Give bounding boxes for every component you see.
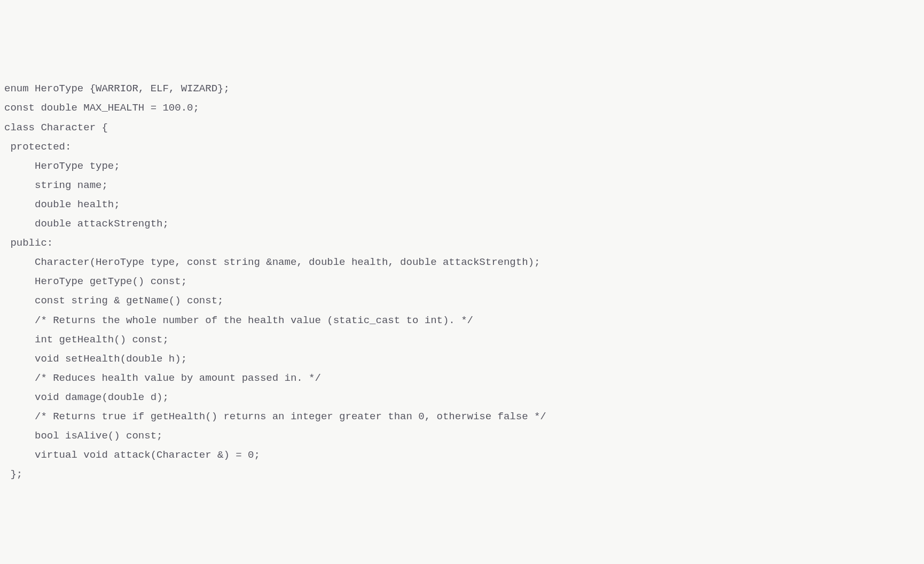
code-line: void setHealth(double h); xyxy=(4,349,920,369)
code-line: HeroType getType() const; xyxy=(4,272,920,291)
code-line: enum HeroType {WARRIOR, ELF, WIZARD}; xyxy=(4,79,920,98)
code-line: /* Reduces health value by amount passed… xyxy=(4,369,920,388)
code-line: class Character { xyxy=(4,118,920,137)
code-line: double attackStrength; xyxy=(4,214,920,233)
code-line: const double MAX_HEALTH = 100.0; xyxy=(4,98,920,118)
code-line: public: xyxy=(4,233,920,253)
code-line: int getHealth() const; xyxy=(4,330,920,349)
code-line: HeroType type; xyxy=(4,156,920,176)
code-line: Character(HeroType type, const string &n… xyxy=(4,253,920,272)
code-line: }; xyxy=(4,465,920,484)
code-block: enum HeroType {WARRIOR, ELF, WIZARD};con… xyxy=(4,79,920,484)
code-line: const string & getName() const; xyxy=(4,291,920,310)
code-line: void damage(double d); xyxy=(4,388,920,407)
code-line: protected: xyxy=(4,137,920,156)
code-line: /* Returns true if getHealth() returns a… xyxy=(4,407,920,426)
code-line: bool isAlive() const; xyxy=(4,426,920,445)
code-line: double health; xyxy=(4,195,920,214)
code-line: string name; xyxy=(4,176,920,195)
code-line: virtual void attack(Character &) = 0; xyxy=(4,445,920,465)
code-line: /* Returns the whole number of the healt… xyxy=(4,311,920,330)
